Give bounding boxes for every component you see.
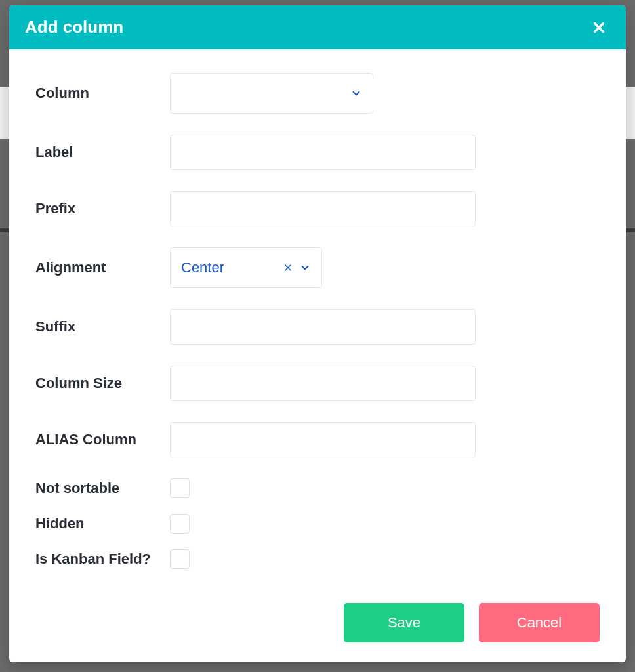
- alignment-select[interactable]: Center: [170, 247, 322, 288]
- row-is-kanban: Is Kanban Field?: [35, 549, 600, 569]
- alignment-select-value: Center: [181, 259, 283, 276]
- label-column-size: Column Size: [35, 375, 170, 392]
- column-select[interactable]: [170, 73, 373, 114]
- label-is-kanban: Is Kanban Field?: [35, 551, 170, 568]
- chevron-down-icon: [350, 87, 362, 99]
- alias-column-input[interactable]: [170, 422, 476, 457]
- suffix-input[interactable]: [170, 309, 476, 345]
- not-sortable-checkbox[interactable]: [170, 478, 190, 498]
- row-hidden: Hidden: [35, 514, 600, 534]
- row-suffix: Suffix: [35, 309, 600, 345]
- label-column: Column: [35, 85, 170, 102]
- chevron-down-icon: [299, 262, 311, 274]
- hidden-checkbox[interactable]: [170, 514, 190, 534]
- row-column-size: Column Size: [35, 366, 600, 401]
- modal-body: Column Label Prefix Alignment: [9, 49, 626, 603]
- label-label: Label: [35, 144, 170, 161]
- row-alignment: Alignment Center: [35, 247, 600, 288]
- label-prefix: Prefix: [35, 200, 170, 217]
- close-icon: [592, 20, 606, 35]
- cancel-button[interactable]: Cancel: [479, 603, 600, 642]
- column-size-input[interactable]: [170, 366, 476, 401]
- modal-footer: Save Cancel: [9, 603, 626, 662]
- row-prefix: Prefix: [35, 191, 600, 226]
- label-not-sortable: Not sortable: [35, 480, 170, 497]
- save-button[interactable]: Save: [344, 603, 464, 642]
- label-input[interactable]: [170, 135, 476, 170]
- row-label: Label: [35, 135, 600, 170]
- add-column-modal: Add column Column Label Prefix: [9, 5, 626, 662]
- label-suffix: Suffix: [35, 318, 170, 335]
- prefix-input[interactable]: [170, 191, 476, 226]
- row-column: Column: [35, 73, 600, 114]
- is-kanban-checkbox[interactable]: [170, 549, 190, 569]
- label-hidden: Hidden: [35, 515, 170, 532]
- row-alias-column: ALIAS Column: [35, 422, 600, 457]
- label-alias-column: ALIAS Column: [35, 431, 170, 448]
- clear-icon[interactable]: [283, 263, 293, 272]
- row-not-sortable: Not sortable: [35, 478, 600, 498]
- modal-header: Add column: [9, 5, 626, 49]
- close-button[interactable]: [588, 18, 610, 37]
- label-alignment: Alignment: [35, 259, 170, 276]
- modal-title: Add column: [25, 17, 123, 37]
